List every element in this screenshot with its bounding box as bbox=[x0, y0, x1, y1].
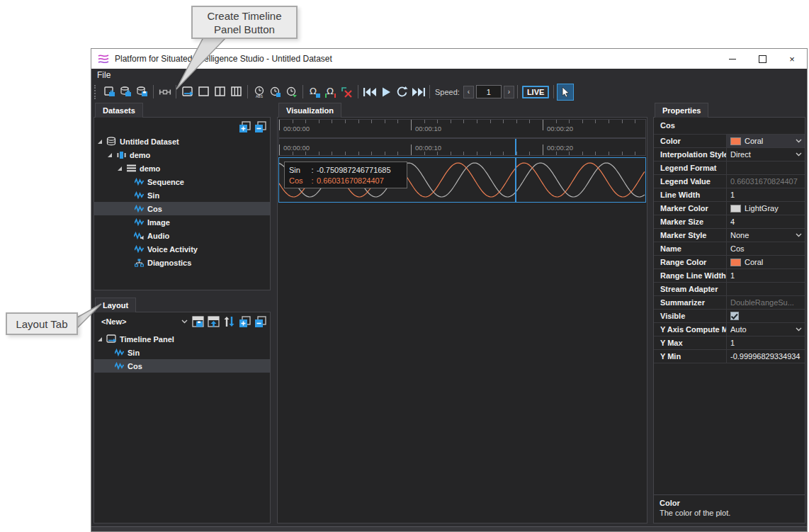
create-store-button[interactable] bbox=[102, 84, 118, 101]
save-layout-button[interactable] bbox=[191, 315, 205, 329]
chevron-down-icon[interactable] bbox=[796, 139, 802, 143]
save-layout-as-button[interactable] bbox=[206, 315, 220, 329]
property-row-marker-size[interactable]: Marker Size 4 bbox=[654, 215, 805, 229]
property-row-y-axis-compute-mode[interactable]: Y Axis Compute Mode Auto bbox=[654, 323, 805, 336]
play-pause-button[interactable] bbox=[378, 84, 394, 101]
cursor-mode-button[interactable] bbox=[557, 84, 574, 101]
database-icon bbox=[106, 137, 117, 146]
clear-selection-button[interactable] bbox=[339, 84, 355, 101]
navigator-ruler[interactable]: 00:00:00 00:00:10 00:00:20 bbox=[278, 119, 646, 138]
collapse-all-button[interactable] bbox=[253, 315, 267, 329]
visible-checkbox[interactable] bbox=[730, 312, 739, 320]
property-row-y-max[interactable]: Y Max 1 bbox=[654, 336, 805, 350]
expander-icon[interactable] bbox=[98, 337, 102, 341]
tree-row-stream[interactable]: Sin bbox=[94, 346, 270, 359]
move-to-selection-end-button[interactable] bbox=[411, 84, 426, 101]
menu-file[interactable]: File bbox=[91, 70, 116, 80]
tab-datasets[interactable]: Datasets bbox=[95, 103, 143, 118]
speed-decrement-button[interactable]: ‹ bbox=[463, 86, 474, 98]
tree-row-stream[interactable]: Voice Activity bbox=[94, 242, 270, 256]
property-row-range-line-width[interactable]: Range Line Width 1 bbox=[654, 269, 805, 283]
tree-row-timeline-panel[interactable]: Timeline Panel bbox=[94, 332, 270, 346]
tree-row-stream[interactable]: Sin bbox=[94, 188, 270, 202]
stream-icon bbox=[133, 205, 145, 213]
tree-row-stream-selected[interactable]: Cos bbox=[94, 202, 270, 215]
tree-label: Voice Activity bbox=[147, 245, 198, 254]
timeline-plot-panel[interactable]: Sin : -0.750987246771685 Cos : 0.6603167… bbox=[278, 157, 646, 203]
property-label: Legend Value bbox=[654, 177, 726, 186]
property-value: -0.99996829334934 bbox=[730, 352, 800, 361]
property-row-range-color[interactable]: Range Color Coral bbox=[654, 256, 805, 269]
chevron-down-icon[interactable] bbox=[796, 233, 802, 237]
property-row-marker-style[interactable]: Marker Style None bbox=[654, 229, 805, 242]
tree-label: Untitled Dataset bbox=[120, 137, 179, 146]
property-row-visible[interactable]: Visible bbox=[654, 310, 805, 323]
color-swatch bbox=[730, 137, 741, 145]
tree-row-stream[interactable]: Audio bbox=[94, 229, 270, 242]
collapse-all-button[interactable] bbox=[253, 120, 267, 134]
create-3cell-instant-panel-button[interactable] bbox=[229, 84, 244, 101]
property-label: Summarizer bbox=[654, 298, 726, 307]
toolbar-grip-handle[interactable] bbox=[94, 85, 98, 99]
tree-row-dataset[interactable]: Untitled Dataset bbox=[94, 135, 270, 148]
maximize-button[interactable] bbox=[747, 49, 777, 69]
expander-icon[interactable] bbox=[108, 153, 112, 157]
property-row-legend-value[interactable]: Legend Value 0.66031670824407 bbox=[654, 175, 805, 188]
expand-all-button[interactable] bbox=[237, 120, 251, 134]
property-value: 0.66031670824407 bbox=[730, 177, 798, 186]
session-relative-time-button[interactable] bbox=[268, 84, 283, 101]
create-timeline-panel-button[interactable] bbox=[180, 84, 196, 101]
move-to-selection-start-button[interactable] bbox=[362, 84, 378, 101]
chevron-down-icon[interactable] bbox=[796, 327, 802, 332]
live-button[interactable]: LIVE bbox=[522, 86, 549, 98]
tree-row-stream-selected[interactable]: Cos bbox=[94, 359, 270, 373]
timeline-cursor[interactable] bbox=[515, 158, 516, 202]
stream-icon bbox=[133, 191, 145, 199]
tree-row-stream[interactable]: Sequence bbox=[94, 175, 270, 188]
save-store-button[interactable] bbox=[135, 84, 150, 101]
property-row-name[interactable]: Name Cos bbox=[654, 242, 805, 256]
property-row-summarizer[interactable]: Summarizer DoubleRangeSu... bbox=[654, 296, 805, 310]
tree-row-partition[interactable]: demo bbox=[94, 162, 270, 175]
title-bar[interactable]: Platform for Situated Intelligence Studi… bbox=[91, 49, 807, 69]
selection-relative-time-button[interactable] bbox=[284, 84, 300, 101]
color-swatch bbox=[730, 205, 741, 213]
speed-increment-button[interactable]: › bbox=[504, 86, 514, 98]
property-row-interpolation-style[interactable]: Interpolation Style Direct bbox=[654, 148, 805, 162]
open-store-button[interactable] bbox=[118, 84, 134, 101]
checkmark-icon bbox=[730, 312, 737, 319]
property-label: Range Color bbox=[654, 258, 726, 266]
create-instant-panel-button[interactable] bbox=[196, 84, 212, 101]
chevron-down-icon[interactable] bbox=[181, 319, 188, 324]
property-row-stream-adapter[interactable]: Stream Adapter bbox=[654, 283, 805, 296]
create-2cell-instant-panel-button[interactable] bbox=[213, 84, 228, 101]
property-row-color[interactable]: Color Coral bbox=[654, 135, 805, 148]
timeline-ruler[interactable]: 00:00:00 00:00:10 00:00:20 bbox=[278, 138, 646, 156]
property-row-legend-format[interactable]: Legend Format bbox=[654, 162, 805, 175]
tree-row-stream[interactable]: Diagnostics bbox=[94, 256, 270, 269]
zoom-to-selection-button[interactable]: Ω bbox=[323, 84, 339, 101]
property-row-line-width[interactable]: Line Width 1 bbox=[654, 188, 805, 202]
pipeline-icon[interactable] bbox=[157, 84, 173, 101]
tab-layout[interactable]: Layout bbox=[95, 298, 136, 312]
chevron-down-icon[interactable] bbox=[796, 152, 802, 157]
tree-row-session[interactable]: demo bbox=[94, 148, 270, 162]
expander-icon[interactable] bbox=[118, 166, 122, 171]
layout-dropdown[interactable]: <New> bbox=[97, 315, 189, 329]
tab-visualization[interactable]: Visualization bbox=[278, 103, 341, 118]
close-button[interactable]: × bbox=[777, 49, 807, 69]
reorder-panels-button[interactable] bbox=[222, 315, 236, 329]
absolute-time-button[interactable]: ABS bbox=[251, 84, 267, 101]
tree-row-stream[interactable]: Image bbox=[94, 215, 270, 229]
property-row-marker-color[interactable]: Marker Color LightGray bbox=[654, 202, 805, 215]
tab-properties[interactable]: Properties bbox=[655, 103, 708, 118]
property-row-y-min[interactable]: Y Min -0.99996829334934 bbox=[654, 350, 805, 363]
speed-input[interactable]: 1 bbox=[476, 85, 502, 98]
expand-all-button[interactable] bbox=[237, 315, 251, 329]
property-value: 4 bbox=[730, 217, 735, 226]
expander-icon[interactable] bbox=[98, 140, 102, 144]
property-value: Auto bbox=[730, 325, 747, 334]
zoom-to-session-extents-button[interactable]: Ω bbox=[307, 84, 322, 101]
toggle-repeat-button[interactable] bbox=[395, 84, 410, 101]
minimize-button[interactable] bbox=[718, 49, 747, 69]
